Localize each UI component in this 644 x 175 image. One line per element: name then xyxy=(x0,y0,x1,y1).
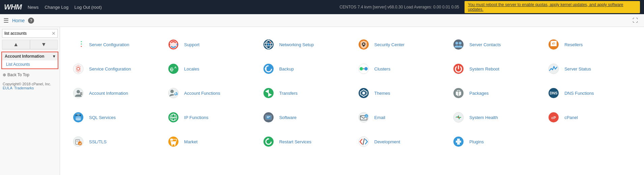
grid-item-ip-functions[interactable]: IPIP Functions xyxy=(162,105,257,129)
svg-point-61 xyxy=(76,118,81,121)
grid-item-service-config[interactable]: Service Configuration xyxy=(67,57,162,81)
menu-grid: Server ConfigurationSupportNetworking Se… xyxy=(67,32,637,154)
grid-item-packages[interactable]: Packages xyxy=(447,81,542,105)
grid-item-dns[interactable]: DNSDNS Functions xyxy=(542,81,637,105)
search-input[interactable] xyxy=(2,29,50,37)
plugins-icon xyxy=(451,134,466,149)
packages-icon xyxy=(451,86,466,100)
server-contacts-label: Server Contacts xyxy=(469,42,501,47)
ip-functions-label: IP Functions xyxy=(184,115,208,120)
locales-icon: 文A xyxy=(166,61,181,76)
grid-item-account-functions[interactable]: Account Functions xyxy=(162,81,257,105)
svg-text:A: A xyxy=(174,66,177,69)
themes-label: Themes xyxy=(374,91,390,96)
grid-item-email[interactable]: @Email xyxy=(352,105,447,129)
topbar-right: CENTOS 7.4 kvm [server] v68.0.30 Load Av… xyxy=(340,1,640,13)
grid-item-clusters[interactable]: Clusters xyxy=(352,57,447,81)
server-status-label: Server Status xyxy=(564,66,591,71)
grid-item-account-info[interactable]: Account Information xyxy=(67,81,162,105)
sidebar-section-header[interactable]: Account Information ▾ xyxy=(2,52,58,60)
svg-point-92 xyxy=(263,137,274,147)
sidebar-section-title: Account Information xyxy=(5,54,44,59)
eula-link[interactable]: EULA xyxy=(3,86,12,90)
svg-point-31 xyxy=(364,67,368,70)
svg-text:🏷: 🏷 xyxy=(552,42,555,45)
grid-item-system-health[interactable]: System Health xyxy=(447,105,542,129)
grid-item-transfers[interactable]: Transfers xyxy=(257,81,352,105)
grid-item-development[interactable]: Development xyxy=(352,129,447,154)
security-label: Security Center xyxy=(374,42,405,47)
packages-label: Packages xyxy=(469,91,488,96)
topbar-left: WHM News Change Log Log Out (root) xyxy=(4,3,107,11)
svg-point-16 xyxy=(453,39,464,50)
grid-item-ssl[interactable]: SSL/TLS xyxy=(67,129,162,154)
svg-point-5 xyxy=(81,46,82,47)
svg-rect-15 xyxy=(363,45,364,47)
grid-item-support[interactable]: Support xyxy=(162,32,257,57)
grid-item-restart[interactable]: Restart Services xyxy=(257,129,352,154)
dns-icon: DNS xyxy=(546,86,561,100)
secondbar: ☰ Home ? ⛶ xyxy=(0,14,644,27)
restart-label: Restart Services xyxy=(279,139,311,144)
sidebar-section-toggle[interactable]: ▾ xyxy=(53,54,55,59)
grid-item-software[interactable]: Software xyxy=(257,105,352,129)
support-label: Support xyxy=(184,42,200,47)
svg-text:IP: IP xyxy=(172,117,175,119)
account-info-label: Account Information xyxy=(89,91,128,96)
trademarks-link[interactable]: Trademarks xyxy=(14,86,34,90)
grid-item-backup[interactable]: Backup xyxy=(257,57,352,81)
svg-point-36 xyxy=(77,90,80,93)
svg-point-3 xyxy=(81,41,82,42)
grid-item-plugins[interactable]: Plugins xyxy=(447,129,542,154)
grid-item-cpanel[interactable]: cPcPanel xyxy=(542,105,637,129)
grid-item-server-status[interactable]: Server Status xyxy=(542,57,637,81)
sidebar-item-list-accounts[interactable]: List Accounts xyxy=(2,60,58,68)
grid-item-locales[interactable]: 文ALocales xyxy=(162,57,257,81)
account-functions-label: Account Functions xyxy=(184,91,220,96)
svg-text:cP: cP xyxy=(551,116,556,120)
account-info-icon xyxy=(71,86,86,100)
svg-text:DNS: DNS xyxy=(550,91,558,95)
grid-item-resellers[interactable]: 🏷Resellers xyxy=(542,32,637,57)
locales-label: Locales xyxy=(184,66,199,71)
grid-item-market[interactable]: Market xyxy=(162,129,257,154)
sidebar-arrows: ▲ ▼ xyxy=(2,40,58,50)
software-icon xyxy=(261,110,276,125)
grid-item-reboot[interactable]: System Reboot xyxy=(447,57,542,81)
layout: ✕ ▲ ▼ Account Information ▾ List Account… xyxy=(0,27,644,175)
email-label: Email xyxy=(374,115,386,120)
development-icon xyxy=(356,134,371,149)
grid-item-themes[interactable]: Themes xyxy=(352,81,447,105)
dns-label: DNS Functions xyxy=(564,91,594,96)
server-info: CENTOS 7.4 kvm [server] v68.0.30 Load Av… xyxy=(340,5,459,9)
svg-text:SQL: SQL xyxy=(77,113,80,115)
nav-news[interactable]: News xyxy=(28,5,39,10)
fullscreen-button[interactable]: ⛶ xyxy=(630,16,641,25)
help-icon[interactable]: ? xyxy=(28,18,34,24)
svg-point-78 xyxy=(458,117,459,118)
back-to-top[interactable]: ⊕ Back To Top xyxy=(0,70,60,80)
ssl-label: SSL/TLS xyxy=(89,139,107,144)
grid-item-server-contacts[interactable]: Server Contacts xyxy=(447,32,542,57)
grid-item-server-config[interactable]: Server Configuration xyxy=(67,32,162,57)
grid-item-security[interactable]: Security Center xyxy=(352,32,447,57)
hamburger-icon[interactable]: ☰ xyxy=(3,17,9,24)
nav-logout[interactable]: Log Out (root) xyxy=(75,5,102,10)
search-clear-icon[interactable]: ✕ xyxy=(50,31,57,36)
backup-label: Backup xyxy=(279,66,294,71)
server-status-icon xyxy=(546,61,561,76)
copyright: Copyright© 2018 cPanel, Inc. EULA Tradem… xyxy=(0,80,60,92)
service-config-icon xyxy=(71,61,86,76)
nav-changelog[interactable]: Change Log xyxy=(45,5,68,10)
back-to-top-label: Back To Top xyxy=(7,72,29,77)
breadcrumb-home[interactable]: Home xyxy=(12,18,25,23)
grid-item-networking[interactable]: Networking Setup xyxy=(257,32,352,57)
grid-item-sql[interactable]: SQLSQL Services xyxy=(67,105,162,129)
alert-banner[interactable]: You must reboot the server to enable quo… xyxy=(465,1,640,13)
svg-point-34 xyxy=(549,64,559,74)
development-label: Development xyxy=(374,139,400,144)
sidebar-arrow-down[interactable]: ▼ xyxy=(30,40,58,49)
sidebar-arrow-up[interactable]: ▲ xyxy=(2,40,30,49)
server-contacts-icon xyxy=(451,37,466,52)
svg-rect-70 xyxy=(266,116,271,119)
